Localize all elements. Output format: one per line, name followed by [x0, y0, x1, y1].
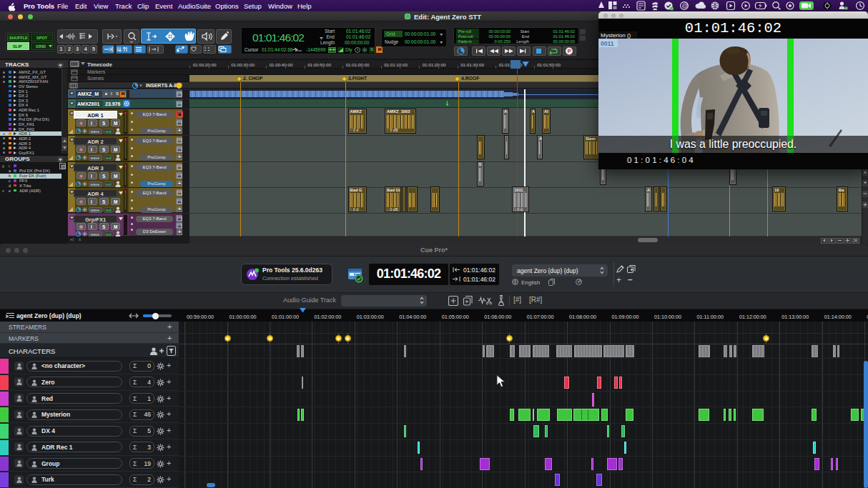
svg-text:@: @ [682, 2, 689, 9]
svg-text:P: P [568, 48, 572, 54]
